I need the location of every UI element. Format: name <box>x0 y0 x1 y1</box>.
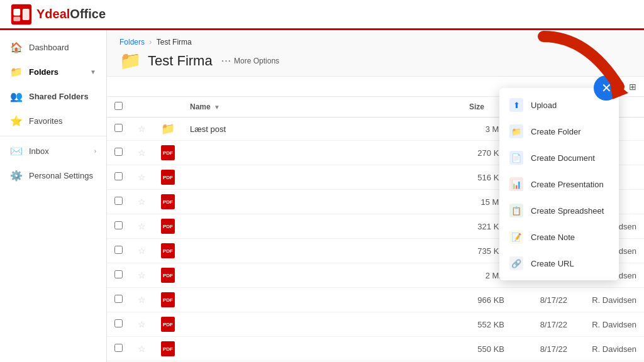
row-name-cell[interactable] <box>182 288 462 312</box>
sidebar-label-dashboard: Dashboard <box>29 43 69 52</box>
folder-title-icon: 📁 <box>119 50 142 71</box>
create-document-icon: 📄 <box>509 151 523 165</box>
sidebar-item-folders[interactable]: 📁 Folders ▼ <box>0 60 106 84</box>
breadcrumb-current: Test Firma <box>157 38 192 47</box>
create-url-label: Create URL <box>531 259 574 268</box>
row-checkbox[interactable] <box>114 295 123 303</box>
row-checkbox-cell <box>107 190 130 214</box>
header-checkbox <box>107 97 130 118</box>
create-note-icon: 📝 <box>509 230 523 244</box>
row-name-cell[interactable]: Læst post <box>182 118 462 141</box>
row-name-cell[interactable] <box>182 312 462 337</box>
header-icon <box>153 97 182 118</box>
star-icon[interactable]: ☆ <box>138 344 146 354</box>
svg-rect-1 <box>13 9 20 16</box>
row-star-cell: ☆ <box>130 263 153 288</box>
star-icon[interactable]: ☆ <box>138 124 146 134</box>
topbar: YdealOffice <box>0 0 644 30</box>
table-row[interactable]: ☆ PDF 550 KB 8/17/22 R. Davidsen <box>107 337 644 361</box>
folder-icon: 📁 <box>161 123 175 135</box>
row-star-cell: ☆ <box>130 190 153 214</box>
select-all-checkbox[interactable] <box>114 102 123 110</box>
star-icon[interactable]: ☆ <box>138 197 146 207</box>
create-note-label: Create Note <box>531 233 575 242</box>
sidebar-label-folders: Folders <box>29 67 58 77</box>
row-checkbox-cell <box>107 165 130 190</box>
row-name-cell[interactable] <box>182 239 462 263</box>
more-options-label: More Options <box>234 57 279 65</box>
star-icon[interactable]: ☆ <box>138 148 146 158</box>
pdf-icon: PDF <box>161 268 175 283</box>
dropdown-item-create-folder[interactable]: 📁 Create Folder <box>499 118 619 145</box>
sidebar-item-shared-folders[interactable]: 👥 Shared Folders <box>0 84 106 109</box>
pdf-icon: PDF <box>161 145 175 160</box>
star-icon[interactable]: ☆ <box>138 172 146 182</box>
table-row[interactable]: ☆ PDF 552 KB 8/17/22 R. Davidsen <box>107 312 644 337</box>
header-name[interactable]: Name ▼ <box>182 97 462 118</box>
create-document-label: Create Document <box>531 153 595 163</box>
row-icon-cell: PDF <box>153 214 182 239</box>
star-icon[interactable]: ☆ <box>138 319 146 329</box>
sidebar-item-dashboard[interactable]: 🏠 Dashboard <box>0 35 106 60</box>
more-options-button[interactable]: ··· More Options <box>221 55 279 67</box>
row-checkbox[interactable] <box>114 148 123 156</box>
sidebar-item-favorites[interactable]: ⭐ Favorites <box>0 109 106 133</box>
star-icon[interactable]: ☆ <box>138 295 146 305</box>
folders-chevron: ▼ <box>90 69 96 75</box>
logo[interactable]: YdealOffice <box>10 3 106 26</box>
create-spreadsheet-label: Create Spreadsheet <box>531 206 604 216</box>
row-checkbox-cell <box>107 263 130 288</box>
upload-label: Upload <box>531 101 557 110</box>
settings-icon: ⚙️ <box>10 170 23 182</box>
create-presentation-label: Create Presentation <box>531 180 604 189</box>
row-size-cell: 552 KB <box>462 312 512 337</box>
sidebar-label-inbox: Inbox <box>29 146 49 156</box>
row-name-cell[interactable] <box>182 190 462 214</box>
table-row[interactable]: ☆ PDF 966 KB 8/17/22 R. Davidsen <box>107 288 644 312</box>
star-icon[interactable]: ☆ <box>138 221 146 231</box>
row-star-cell: ☆ <box>130 312 153 337</box>
row-name-cell[interactable] <box>182 165 462 190</box>
dropdown-menu: ⬆ Upload 📁 Create Folder 📄 Create Docume… <box>499 88 619 280</box>
sidebar-label-favorites: Favorites <box>29 116 62 126</box>
dropdown-item-create-presentation[interactable]: 📊 Create Presentation <box>499 171 619 197</box>
row-checkbox[interactable] <box>114 270 123 278</box>
dropdown-item-create-note[interactable]: 📝 Create Note <box>499 224 619 250</box>
breadcrumb-parent[interactable]: Folders <box>119 38 145 47</box>
folder-title: Test Firma <box>148 53 213 69</box>
shared-folders-icon: 👥 <box>10 90 23 102</box>
row-checkbox[interactable] <box>114 172 123 180</box>
star-icon[interactable]: ☆ <box>138 270 146 280</box>
dropdown-item-create-document[interactable]: 📄 Create Document <box>499 145 619 171</box>
row-name-cell[interactable] <box>182 214 462 239</box>
row-checkbox[interactable] <box>114 344 123 352</box>
row-checkbox[interactable] <box>114 221 123 229</box>
row-name-cell[interactable] <box>182 337 462 361</box>
row-name-cell[interactable] <box>182 141 462 165</box>
sidebar-item-settings[interactable]: ⚙️ Personal Settings <box>0 163 106 188</box>
sidebar-item-inbox[interactable]: ✉️ Inbox › <box>0 139 106 163</box>
row-icon-cell: PDF <box>153 312 182 337</box>
close-fab-button[interactable]: ✕ <box>594 75 619 101</box>
sort-arrow-icon: ▼ <box>214 104 220 111</box>
row-icon-cell: PDF <box>153 190 182 214</box>
star-icon[interactable]: ☆ <box>138 246 146 256</box>
dropdown-item-create-spreadsheet[interactable]: 📋 Create Spreadsheet <box>499 197 619 224</box>
row-icon-cell: PDF <box>153 288 182 312</box>
row-user-cell: R. Davidsen <box>575 312 644 337</box>
row-checkbox[interactable] <box>114 246 123 254</box>
dropdown-item-create-url[interactable]: 🔗 Create URL <box>499 250 619 277</box>
row-checkbox[interactable] <box>114 319 123 327</box>
favorites-icon: ⭐ <box>10 115 23 127</box>
row-checkbox[interactable] <box>114 124 123 132</box>
pdf-icon: PDF <box>161 194 175 209</box>
grid-view-icon[interactable]: ⊞ <box>629 82 636 92</box>
row-name-cell[interactable] <box>182 263 462 288</box>
breadcrumb: Folders › Test Firma <box>119 38 631 47</box>
row-checkbox[interactable] <box>114 197 123 205</box>
row-upload-cell: 8/17/22 <box>512 312 575 337</box>
svg-rect-3 <box>23 9 30 20</box>
row-icon-cell: PDF <box>153 263 182 288</box>
upload-icon: ⬆ <box>509 98 523 112</box>
row-size-cell: 966 KB <box>462 288 512 312</box>
